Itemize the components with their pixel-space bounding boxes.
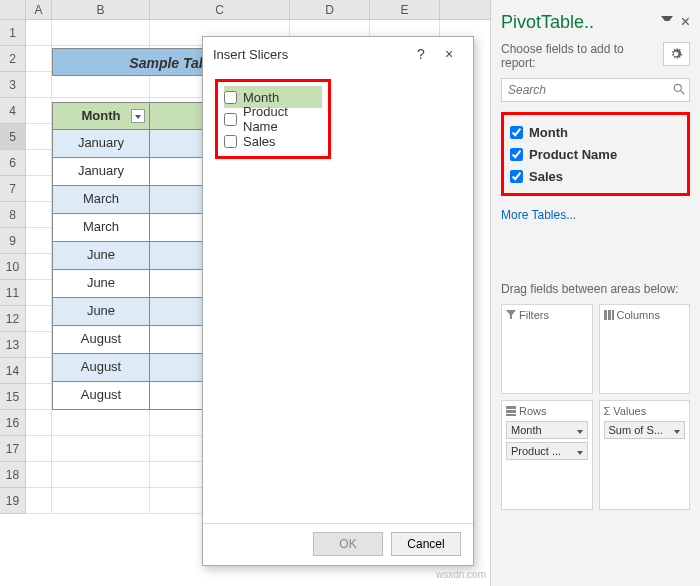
cell[interactable] xyxy=(26,124,52,150)
svg-rect-6 xyxy=(506,410,516,413)
more-tables-link[interactable]: More Tables... xyxy=(501,208,690,222)
cell[interactable] xyxy=(26,150,52,176)
cell[interactable] xyxy=(26,332,52,358)
row-chip-month[interactable]: Month xyxy=(506,421,588,439)
slicer-checkbox-month[interactable] xyxy=(224,91,237,104)
row-header-5[interactable]: 5 xyxy=(0,124,26,150)
cell[interactable] xyxy=(26,228,52,254)
chevron-down-icon[interactable] xyxy=(577,424,583,436)
row-header-16[interactable]: 16 xyxy=(0,410,26,436)
slicer-checkbox-sales[interactable] xyxy=(224,135,237,148)
cell-month[interactable]: June xyxy=(52,270,150,298)
cell-month[interactable]: March xyxy=(52,186,150,214)
pane-options-button[interactable] xyxy=(663,42,690,66)
row-header-7[interactable]: 7 xyxy=(0,176,26,202)
filters-zone[interactable]: Filters xyxy=(501,304,593,394)
row-header-2[interactable]: 2 xyxy=(0,46,26,72)
slicer-label: Sales xyxy=(243,134,276,149)
dialog-titlebar[interactable]: Insert Slicers ? × xyxy=(203,37,473,71)
row-header-4[interactable]: 4 xyxy=(0,98,26,124)
filter-dropdown-icon[interactable] xyxy=(131,109,145,123)
row-header-1[interactable]: 1 xyxy=(0,20,26,46)
row-header-14[interactable]: 14 xyxy=(0,358,26,384)
rows-icon xyxy=(506,406,516,416)
col-header-B[interactable]: B xyxy=(52,0,150,19)
cell[interactable] xyxy=(26,488,52,514)
row-chip-product[interactable]: Product ... xyxy=(506,442,588,460)
row-header-18[interactable]: 18 xyxy=(0,462,26,488)
chevron-down-icon[interactable] xyxy=(577,445,583,457)
row-header-10[interactable]: 10 xyxy=(0,254,26,280)
cell[interactable] xyxy=(26,306,52,332)
cell[interactable] xyxy=(52,410,150,436)
field-sales[interactable]: Sales xyxy=(510,165,681,187)
cell[interactable] xyxy=(26,72,52,98)
pane-menu-dropdown-icon[interactable] xyxy=(661,16,673,28)
field-product-name[interactable]: Product Name xyxy=(510,143,681,165)
value-chip-sum-sales[interactable]: Sum of S... xyxy=(604,421,686,439)
insert-slicers-dialog: Insert Slicers ? × Month Product Name Sa… xyxy=(202,36,474,566)
cell[interactable] xyxy=(52,488,150,514)
col-header-C[interactable]: C xyxy=(150,0,290,19)
cell[interactable] xyxy=(26,254,52,280)
cancel-button[interactable]: Cancel xyxy=(391,532,461,556)
rows-zone[interactable]: Rows Month Product ... xyxy=(501,400,593,510)
cell[interactable] xyxy=(26,436,52,462)
cell-month[interactable]: August xyxy=(52,354,150,382)
field-checkbox-product-name[interactable] xyxy=(510,148,523,161)
cell-month[interactable]: January xyxy=(52,158,150,186)
zone-label: Rows xyxy=(519,405,547,417)
slicer-option-product-name[interactable]: Product Name xyxy=(224,108,322,130)
cell[interactable] xyxy=(26,462,52,488)
cell[interactable] xyxy=(26,98,52,124)
cell[interactable] xyxy=(52,436,150,462)
field-checkbox-month[interactable] xyxy=(510,126,523,139)
row-header-13[interactable]: 13 xyxy=(0,332,26,358)
chevron-down-icon[interactable] xyxy=(674,424,680,436)
cell[interactable] xyxy=(26,280,52,306)
cell[interactable] xyxy=(26,20,52,46)
field-search-input[interactable] xyxy=(501,78,690,102)
cell-month[interactable]: June xyxy=(52,298,150,326)
slicer-checkbox-product-name[interactable] xyxy=(224,113,237,126)
field-checkbox-sales[interactable] xyxy=(510,170,523,183)
row-header-11[interactable]: 11 xyxy=(0,280,26,306)
cell-month[interactable]: June xyxy=(52,242,150,270)
col-header-E[interactable]: E xyxy=(370,0,440,19)
row-header-9[interactable]: 9 xyxy=(0,228,26,254)
col-header-A[interactable]: A xyxy=(26,0,52,19)
row-header-17[interactable]: 17 xyxy=(0,436,26,462)
cell[interactable] xyxy=(26,358,52,384)
row-header-3[interactable]: 3 xyxy=(0,72,26,98)
sigma-icon: Σ xyxy=(604,405,611,417)
select-all-corner[interactable] xyxy=(0,0,26,19)
slicer-label: Product Name xyxy=(243,104,322,134)
columns-zone[interactable]: Columns xyxy=(599,304,691,394)
cell[interactable] xyxy=(52,462,150,488)
row-header-12[interactable]: 12 xyxy=(0,306,26,332)
cell[interactable] xyxy=(26,176,52,202)
ok-button[interactable]: OK xyxy=(313,532,383,556)
dialog-close-button[interactable]: × xyxy=(435,46,463,62)
cell-month[interactable]: March xyxy=(52,214,150,242)
pane-close-button[interactable]: × xyxy=(681,13,690,31)
cell-month[interactable]: January xyxy=(52,130,150,158)
table-header-month[interactable]: Month xyxy=(52,102,150,130)
cell[interactable] xyxy=(26,410,52,436)
cell[interactable] xyxy=(26,384,52,410)
row-header-8[interactable]: 8 xyxy=(0,202,26,228)
row-header-15[interactable]: 15 xyxy=(0,384,26,410)
cell[interactable] xyxy=(26,202,52,228)
values-zone[interactable]: ΣValues Sum of S... xyxy=(599,400,691,510)
choose-fields-label: Choose fields to add to report: xyxy=(501,42,659,70)
col-header-D[interactable]: D xyxy=(290,0,370,19)
cell-month[interactable]: August xyxy=(52,326,150,354)
cell-month[interactable]: August xyxy=(52,382,150,410)
cell[interactable] xyxy=(26,46,52,72)
dialog-help-button[interactable]: ? xyxy=(407,46,435,62)
field-month[interactable]: Month xyxy=(510,121,681,143)
slicer-field-list-highlight: Month Product Name Sales xyxy=(215,79,331,159)
row-header-6[interactable]: 6 xyxy=(0,150,26,176)
cell[interactable] xyxy=(52,20,150,46)
row-header-19[interactable]: 19 xyxy=(0,488,26,514)
